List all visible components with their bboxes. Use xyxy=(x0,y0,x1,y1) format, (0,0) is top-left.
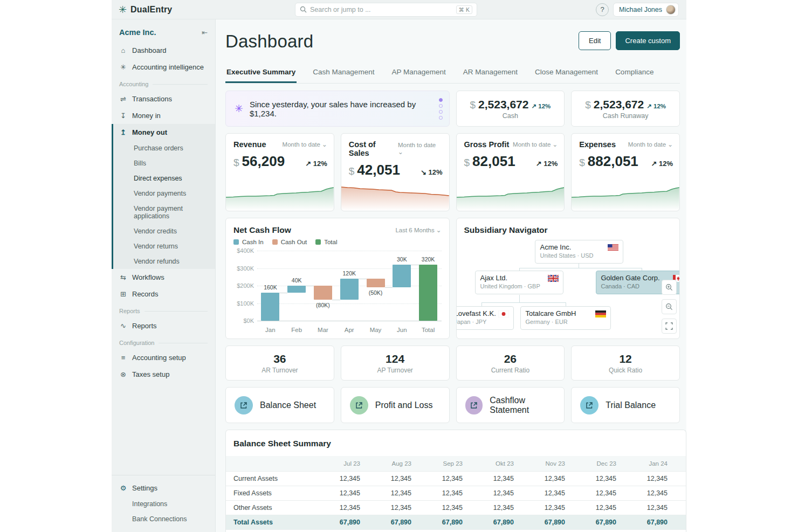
trend-up-icon: ↗ 12% xyxy=(305,160,327,168)
zoom-in-button[interactable] xyxy=(662,280,677,295)
tab-ar-management[interactable]: AR Management xyxy=(462,64,519,83)
zoom-out-icon xyxy=(665,303,673,310)
germany-flag-icon xyxy=(595,310,606,317)
sidebar-item-accounting-intelligence[interactable]: ✳Accounting intelligence xyxy=(112,59,215,75)
trend-up-icon: ↗ 12% xyxy=(651,160,673,168)
zoom-out-button[interactable] xyxy=(662,299,677,314)
banner-dot[interactable] xyxy=(439,110,443,114)
fullscreen-icon xyxy=(665,322,673,330)
subsidiary-node-totalcare[interactable]: Totalcare GmbH Germany · EUR xyxy=(520,306,611,330)
period-dropdown[interactable]: Month to date ⌄ xyxy=(628,141,673,148)
tab-close-management[interactable]: Close Management xyxy=(534,64,599,83)
sidebar-section-configuration: Configuration xyxy=(112,334,215,349)
net-cash-flow-period-dropdown[interactable]: Last 6 Months ⌄ xyxy=(395,226,441,234)
table-row-current-liabilities: Current Liabilities12,34512,34512,34512,… xyxy=(226,530,686,532)
subsidiary-navigator-card: Subsidiary Navigator Acme Inc. United St… xyxy=(456,218,680,339)
gear-icon: ⚙ xyxy=(119,484,127,492)
report-link-profit-and-loss[interactable]: Profit and Loss xyxy=(341,387,450,423)
waterfall-column-apr: 120K xyxy=(336,251,362,324)
sidebar-item-money-out[interactable]: ↥Money out xyxy=(113,124,215,141)
legend-cash-out: Cash Out xyxy=(272,239,307,245)
user-menu[interactable]: Michael Jones xyxy=(613,3,679,17)
sidebar-footer: ⚙SettingsIntegrationsBank Connections xyxy=(112,475,215,532)
ratio-card-current-ratio: 26 Current Ratio xyxy=(456,346,565,381)
sidebar-item-settings[interactable]: ⚙Settings xyxy=(112,480,215,496)
banner-dot[interactable] xyxy=(439,98,443,102)
period-dropdown[interactable]: Month to date ⌄ xyxy=(513,141,558,148)
help-button[interactable]: ? xyxy=(596,3,609,16)
sliders-icon: ≡ xyxy=(119,354,127,362)
sidebar-item-transactions[interactable]: ⇌Transactions xyxy=(112,91,215,107)
insight-banner: ✳ Since yesterday, your sales have incre… xyxy=(225,91,450,127)
search-input[interactable] xyxy=(310,6,453,13)
sidebar-item-vendor-refunds[interactable]: Vendor refunds xyxy=(113,254,215,269)
sidebar-section-reports: Reports xyxy=(112,302,215,317)
external-link-icon xyxy=(240,402,247,409)
external-link-icon xyxy=(355,402,363,409)
legend-cash-in: Cash In xyxy=(233,239,264,245)
home-icon: ⌂ xyxy=(119,46,127,54)
sidebar-item-reports[interactable]: ∿Reports xyxy=(112,317,215,334)
sidebar-item-vendor-payments[interactable]: Vendor payments xyxy=(113,186,215,201)
bar-label: 160K xyxy=(264,284,277,291)
subsidiary-node-lovefast[interactable]: Lovefast K.K. Japan · JPY xyxy=(456,306,514,330)
column-header: Dec 23 xyxy=(574,456,625,472)
sidebar-item-vendor-credits[interactable]: Vendor credits xyxy=(113,224,215,239)
sidebar-item-dashboard[interactable]: ⌂Dashboard xyxy=(112,42,215,59)
sidebar-item-vendor-payment-applications[interactable]: Vendor payment applications xyxy=(113,201,215,224)
report-link-trial-balance[interactable]: Trial Balance xyxy=(571,387,680,423)
sidebar-nav: ⌂Dashboard ✳Accounting intelligenceAccou… xyxy=(112,42,215,475)
subsidiary-navigator-title: Subsidiary Navigator xyxy=(464,225,672,235)
bar-label: 40K xyxy=(292,277,302,284)
report-link-balance-sheet[interactable]: Balance Sheet xyxy=(225,387,334,423)
sidebar-collapse-icon[interactable]: ⇤ xyxy=(202,29,208,37)
report-link-cashflow-statement[interactable]: Cashflow Statement xyxy=(456,387,565,423)
sidebar-item-accounting-setup[interactable]: ≡Accounting setup xyxy=(112,349,215,366)
tab-compliance[interactable]: Compliance xyxy=(614,64,655,83)
sidebar-item-integrations[interactable]: Integrations xyxy=(112,496,215,512)
stat-card-cash: $ 2,523,672 ↗ 12% Cash xyxy=(456,91,565,127)
column-header: Jul 23 xyxy=(318,456,369,472)
balance-sheet-summary-card: Balance Sheet Summary Jul 23Aug 23Sep 23… xyxy=(225,430,686,532)
fullscreen-button[interactable] xyxy=(662,319,677,334)
table-row-other-assets: Other Assets12,34512,34512,34512,34512,3… xyxy=(226,501,686,515)
net-cash-flow-card: Net Cash Flow Last 6 Months ⌄ Cash InCas… xyxy=(225,218,450,339)
edit-button[interactable]: Edit xyxy=(579,31,611,50)
waterfall-column-jan: 160K xyxy=(257,251,284,324)
sidebar-item-vendor-returns[interactable]: Vendor returns xyxy=(113,239,215,254)
bar-label: 120K xyxy=(342,270,356,277)
sparkline-chart xyxy=(572,179,679,211)
sidebar: Acme Inc. ⇤ ⌂Dashboard ✳Accounting intel… xyxy=(112,19,216,532)
sidebar-item-bills[interactable]: Bills xyxy=(113,156,215,171)
period-dropdown[interactable]: Month to date ⌄ xyxy=(398,142,443,156)
table-row-fixed-assets: Fixed Assets12,34512,34512,34512,34512,3… xyxy=(226,486,686,501)
sidebar-item-bank-connections[interactable]: Bank Connections xyxy=(112,512,215,527)
waterfall-column-mar: (80K) xyxy=(310,251,336,324)
create-custom-button[interactable]: Create custom xyxy=(616,31,680,50)
sidebar-item-direct-expenses[interactable]: Direct expenses xyxy=(113,171,215,186)
page-title: Dashboard xyxy=(225,31,313,52)
uk-flag-icon xyxy=(548,275,559,282)
subsidiary-node-acme[interactable]: Acme Inc. United States · USD xyxy=(535,240,623,264)
tab-ap-management[interactable]: AP Management xyxy=(390,64,446,83)
net-cash-flow-title: Net Cash Flow xyxy=(233,225,291,235)
balance-sheet-table: Jul 23Aug 23Sep 23Okt 23Nov 23Dec 23Jan … xyxy=(226,456,686,532)
table-header-row: Jul 23Aug 23Sep 23Okt 23Nov 23Dec 23Jan … xyxy=(226,456,686,472)
sidebar-item-records[interactable]: ⊞Records xyxy=(112,286,215,302)
sidebar-item-money-in[interactable]: ↧Money in xyxy=(112,107,215,124)
banner-dot[interactable] xyxy=(439,116,443,120)
banner-dot[interactable] xyxy=(439,104,443,108)
tab-executive-summary[interactable]: Executive Summary xyxy=(225,64,297,83)
waterfall-column-jun: 30K xyxy=(389,251,415,324)
global-search[interactable]: ⌘ K xyxy=(295,3,477,17)
dualentry-logo-icon: ✳ xyxy=(119,5,127,15)
period-dropdown[interactable]: Month to date ⌄ xyxy=(283,141,327,148)
tab-cash-management[interactable]: Cash Management xyxy=(312,64,375,83)
sparkline-chart xyxy=(341,179,449,211)
subsidiary-node-ajax[interactable]: Ajax Ltd. United Kingdom · GBP xyxy=(475,271,563,294)
money-in-icon: ↧ xyxy=(119,112,127,120)
sidebar-item-workflows[interactable]: ⇆Workflows xyxy=(112,269,215,286)
ratio-card-ap-turnover: 124 AP Turnover xyxy=(341,346,450,381)
sidebar-item-purchase-orders[interactable]: Purchase orders xyxy=(113,141,215,156)
sidebar-item-taxes-setup[interactable]: ⊗Taxes setup xyxy=(112,366,215,383)
